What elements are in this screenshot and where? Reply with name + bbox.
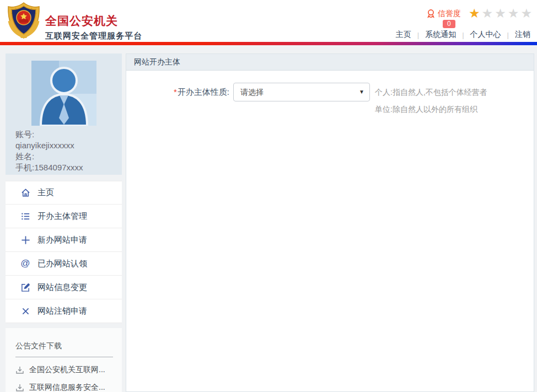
divider (15, 357, 113, 357)
downloads-title: 公告文件下载 (15, 341, 122, 351)
panel-title: 网站开办主体 (126, 54, 534, 71)
sidebar-item-label: 网站信息变更 (37, 282, 87, 293)
medal-icon (426, 9, 436, 18)
police-badge-logo (4, 1, 43, 40)
subject-nature-select[interactable]: 请选择 ▼ (233, 83, 370, 101)
download-link-label: 全国公安机关互联网... (29, 365, 105, 375)
stars: ★★★★★ (469, 7, 534, 20)
sidebar-item-subject-management[interactable]: 开办主体管理 (6, 205, 122, 228)
required-mark: * (174, 87, 177, 96)
star-icon: ★ (520, 6, 534, 20)
site-subtitle: 互联网安全管理服务平台 (45, 31, 142, 41)
at-icon: @ (20, 258, 31, 269)
profile-panel: 账号: qianyikejixxxxxx 姓名: 手机:1584097xxxx (6, 53, 122, 175)
divider: | (417, 31, 419, 39)
credit-label: 信誉度 (438, 9, 461, 19)
download-link[interactable]: 全国公安机关互联网... (15, 365, 122, 375)
home-icon (20, 187, 31, 198)
download-icon (15, 383, 24, 392)
star-icon: ★ (469, 6, 482, 20)
sidebar-item-new-website-application[interactable]: 新办网站申请 (6, 228, 122, 252)
close-icon (20, 305, 31, 316)
field-label: *开办主体性质: (126, 83, 229, 101)
top-nav: 主页 | 系统通知 | 个人中心 | 注销 (396, 30, 530, 40)
sidebar-item-label: 新办网站申请 (37, 235, 87, 245)
sidebar-item-claim-existing-website[interactable]: @ 已办网站认领 (6, 252, 122, 276)
divider: | (462, 31, 464, 39)
star-icon: ★ (495, 6, 508, 20)
select-value: 请选择 (240, 88, 264, 96)
top-header: 全国公安机关 互联网安全管理服务平台 信誉度 ★★★★★ 0 主页 | 系统通知… (0, 0, 537, 42)
star-icon: ★ (508, 6, 521, 20)
download-link-label: 互联网信息服务安全... (29, 383, 105, 392)
downloads-panel: 公告文件下载 全国公安机关互联网... 互联网信息服务安全... (6, 328, 122, 392)
sidebar-item-label: 网站注销申请 (37, 306, 87, 316)
site-title: 全国公安机关 (45, 13, 142, 29)
account-value: qianyikejixxxxxx (15, 140, 122, 151)
nav-link-logout[interactable]: 注销 (515, 30, 530, 40)
brand-block: 全国公安机关 互联网安全管理服务平台 (45, 13, 142, 41)
help-line-personal: 个人:指自然人,不包括个体经营者 (375, 83, 487, 101)
sidebar-item-website-cancellation[interactable]: 网站注销申请 (6, 299, 122, 323)
sidebar-menu: 主页 开办主体管理 新办网站申请 @ 已办网站认领 网站信息变更 (6, 181, 122, 323)
sidebar-item-home[interactable]: 主页 (6, 181, 122, 205)
sidebar-item-website-info-change[interactable]: 网站信息变更 (6, 276, 122, 299)
main-panel: 网站开办主体 *开办主体性质: 请选择 ▼ 个人:指自然人,不包括个体经营者 单… (126, 53, 534, 392)
divider: | (507, 31, 509, 39)
sidebar-item-label: 主页 (37, 187, 54, 198)
avatar (31, 61, 96, 126)
nav-link-system-notice[interactable]: 系统通知 (425, 30, 456, 40)
nav-link-personal-center[interactable]: 个人中心 (470, 30, 501, 40)
phone-label: 手机: (15, 163, 34, 172)
subject-nature-form-row: *开办主体性质: 请选择 ▼ 个人:指自然人,不包括个体经营者 单位:除自然人以… (126, 71, 534, 115)
name-label: 姓名: (15, 151, 122, 162)
nav-link-home[interactable]: 主页 (396, 30, 411, 40)
credit-rating: 信誉度 ★★★★★ (426, 7, 534, 20)
chevron-down-icon: ▼ (359, 83, 364, 101)
profile-info: 账号: qianyikejixxxxxx 姓名: 手机:1584097xxxx (6, 126, 122, 173)
field-label-text: 开办主体性质: (178, 87, 229, 96)
download-icon (15, 366, 24, 374)
account-label: 账号: (15, 129, 122, 140)
list-icon (20, 211, 31, 222)
edit-icon (20, 282, 31, 293)
download-link[interactable]: 互联网信息服务安全... (15, 383, 122, 392)
sidebar-item-label: 已办网站认领 (37, 259, 87, 269)
phone-row: 手机:1584097xxxx (15, 162, 122, 173)
sidebar-item-label: 开办主体管理 (37, 211, 87, 222)
phone-value: 1584097xxxx (34, 163, 83, 172)
field-help-text: 个人:指自然人,不包括个体经营者 单位:除自然人以外的所有组织 (375, 83, 487, 115)
notification-count-badge: 0 (443, 20, 455, 28)
star-icon: ★ (482, 6, 495, 20)
help-line-unit: 单位:除自然人以外的所有组织 (375, 104, 487, 115)
plus-icon (20, 234, 31, 245)
